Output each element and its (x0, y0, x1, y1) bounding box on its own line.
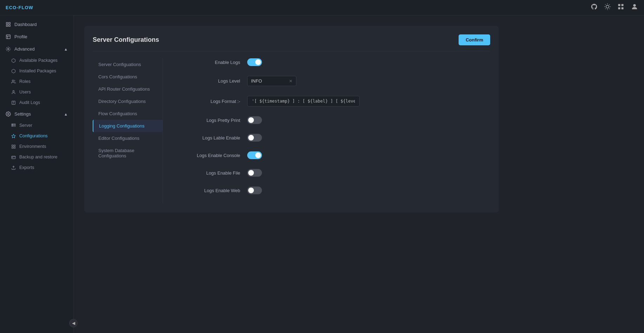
svg-line-7 (605, 8, 606, 9)
sidebar-item-dashboard[interactable]: Dashboard (0, 18, 73, 31)
github-icon[interactable] (591, 3, 598, 12)
logs-level-clear-icon[interactable]: ✕ (289, 79, 293, 84)
logs-enable-file-label: Logs Enable File (177, 170, 247, 176)
sidebar-profile-label: Profile (14, 34, 27, 39)
advanced-chevron-icon: ▲ (64, 47, 68, 51)
enable-logs-toggle[interactable] (247, 58, 262, 66)
backup-icon (11, 155, 16, 159)
content-area: Server Configurations Confirm Server Con… (74, 15, 644, 333)
svg-line-4 (609, 8, 610, 9)
sidebar-collapse-button[interactable]: ◀ (69, 319, 78, 327)
sidebar-settings-label: Settings (14, 111, 31, 117)
sidebar-item-server[interactable]: Server (0, 120, 73, 131)
config-nav-cors[interactable]: Cors Configuations (93, 71, 163, 83)
logs-enable-console-label: Logs Enable Console (177, 153, 247, 158)
svg-line-8 (609, 5, 610, 5)
logs-level-value: INFO (251, 78, 286, 84)
sidebar-item-roles[interactable]: Roles (0, 76, 73, 87)
svg-line-3 (605, 5, 606, 5)
enable-logs-row: Enable Logs (177, 58, 476, 66)
user-icon[interactable] (631, 3, 638, 12)
svg-point-20 (12, 80, 14, 81)
logs-format-input[interactable] (247, 96, 360, 106)
svg-point-26 (12, 124, 13, 124)
settings-chevron-icon: ▲ (64, 112, 68, 116)
svg-point-23 (8, 113, 9, 115)
sidebar-item-users[interactable]: Users (0, 87, 73, 97)
sidebar-roles-label: Roles (19, 79, 31, 84)
config-nav-server[interactable]: Server Configuations (93, 58, 163, 71)
svg-rect-16 (6, 25, 8, 26)
package-icon (11, 58, 16, 63)
logs-enable-web-toggle[interactable] (247, 187, 262, 194)
svg-rect-9 (618, 4, 620, 6)
sidebar-item-available-packages[interactable]: Available Packages (0, 55, 73, 66)
config-content: Server Configuations Cors Configuations … (93, 58, 490, 204)
logs-label-enable-row: Logs Lable Enable (177, 134, 476, 142)
svg-rect-30 (12, 147, 13, 148)
topbar: ECO-FLOW (0, 0, 644, 15)
config-nav-directory[interactable]: Directory Configuations (93, 95, 163, 107)
svg-rect-31 (14, 147, 15, 148)
config-nav-logging[interactable]: Logging Configuations (93, 120, 163, 132)
server-icon (11, 123, 16, 128)
grid-icon[interactable] (617, 3, 624, 12)
svg-rect-29 (14, 145, 15, 146)
logs-pretty-print-row: Logs Pretty Print (177, 116, 476, 124)
svg-point-0 (606, 5, 609, 8)
svg-rect-17 (9, 25, 10, 26)
config-nav-flow[interactable]: Flow Configuations (93, 107, 163, 120)
svg-point-13 (633, 4, 636, 7)
config-card-header: Server Configurations Confirm (93, 34, 490, 51)
confirm-button[interactable]: Confirm (459, 34, 490, 45)
sidebar: Dashboard Profile Advanced ▲ (0, 15, 74, 333)
export-icon (11, 165, 16, 170)
logs-label-enable-toggle[interactable] (247, 134, 262, 142)
topbar-icons (591, 3, 638, 12)
installed-package-icon (11, 69, 16, 73)
config-nav: Server Configuations Cors Configuations … (93, 58, 163, 204)
logs-level-select[interactable]: INFO ✕ (247, 76, 296, 86)
sidebar-advanced-header[interactable]: Advanced ▲ (0, 43, 73, 55)
sidebar-users-label: Users (19, 90, 31, 94)
sidebar-item-audit-logs[interactable]: Audit Logs (0, 97, 73, 108)
sidebar-configurations-label: Configurations (19, 133, 48, 138)
sidebar-available-packages-label: Available Packages (19, 58, 58, 63)
sun-icon[interactable] (604, 3, 611, 12)
config-panel: Enable Logs Logs Level INFO ✕ (163, 58, 490, 204)
logs-level-label: Logs Level (177, 78, 247, 84)
logs-enable-file-toggle[interactable] (247, 169, 262, 177)
sidebar-item-exports[interactable]: Exports (0, 162, 73, 173)
dashboard-icon (6, 22, 11, 27)
sidebar-item-backup-restore[interactable]: Backup and restore (0, 152, 73, 162)
sidebar-installed-packages-label: Installed Packages (19, 68, 56, 73)
advanced-icon (6, 46, 11, 52)
sidebar-item-environments[interactable]: Environments (0, 141, 73, 152)
logs-enable-web-row: Logs Enable Web (177, 187, 476, 194)
sidebar-advanced-label: Advanced (14, 46, 35, 52)
sidebar-item-profile[interactable]: Profile (0, 31, 73, 43)
logs-pretty-print-toggle[interactable] (247, 116, 262, 124)
config-card: Server Configurations Confirm Server Con… (84, 26, 499, 213)
sidebar-environments-label: Environments (19, 144, 46, 149)
sidebar-item-configurations[interactable]: Configurations (0, 131, 73, 141)
svg-rect-11 (618, 7, 620, 9)
logs-pretty-print-label: Logs Pretty Print (177, 118, 247, 123)
sidebar-item-installed-packages[interactable]: Installed Packages (0, 66, 73, 76)
profile-icon (6, 34, 11, 39)
app-logo: ECO-FLOW (6, 5, 33, 10)
settings-icon (6, 111, 11, 117)
svg-rect-10 (622, 4, 624, 6)
config-nav-system-db[interactable]: System Database Configuations (93, 144, 163, 162)
logs-enable-console-toggle[interactable] (247, 151, 262, 159)
env-icon (11, 144, 16, 149)
sidebar-backup-restore-label: Backup and restore (19, 155, 57, 159)
svg-rect-28 (12, 145, 13, 146)
users-icon (11, 90, 16, 94)
config-nav-api-router[interactable]: API Router Configuations (93, 83, 163, 95)
sidebar-settings-header[interactable]: Settings ▲ (0, 108, 73, 120)
svg-rect-12 (622, 7, 624, 9)
sidebar-audit-logs-label: Audit Logs (19, 100, 40, 105)
config-nav-editor[interactable]: Editor Configuations (93, 132, 163, 144)
logs-enable-file-row: Logs Enable File (177, 169, 476, 177)
